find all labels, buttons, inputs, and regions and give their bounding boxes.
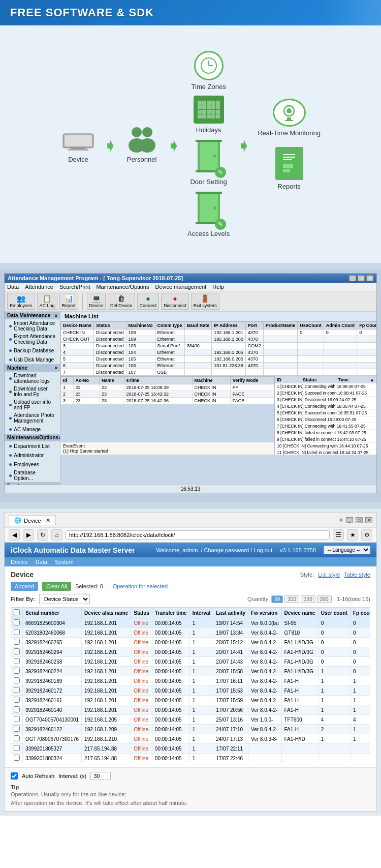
select-all-chk[interactable] (14, 609, 20, 615)
row-checkbox[interactable] (14, 716, 20, 722)
close-tab-btn[interactable]: ✕ (46, 517, 50, 524)
row-checkbox[interactable] (14, 629, 20, 635)
list-item[interactable]: 3399201805327217.65.194.88Offline00:00:1… (11, 744, 371, 754)
table-row[interactable]: 123232018-07-25 16:08:39CHECK INFP (61, 384, 274, 391)
list-item[interactable]: OGT704005704130001192.168.1.205Offline00… (11, 715, 371, 725)
list-item[interactable]: 66691825600304192.168.1.201Offline00:00:… (11, 618, 371, 628)
operation-btn[interactable]: Operation for selected (113, 583, 168, 589)
list-item[interactable]: OGT708006707300176192.168.1.210Offline00… (11, 734, 371, 744)
list-item[interactable]: 3929182460172192.168.1.201Offline00:00:1… (11, 686, 371, 696)
row-checkbox[interactable] (14, 697, 20, 703)
device-table-scroll[interactable]: Serial number Device alias name Status T… (11, 607, 370, 763)
qty-200[interactable]: 200 (317, 595, 332, 603)
sidebar-import[interactable]: ●Import Attendance Checking Data (5, 319, 60, 333)
list-style-btn[interactable]: List style (318, 572, 340, 578)
row-checkbox[interactable] (14, 668, 20, 674)
sidebar-section-maintenance[interactable]: Maintenance/Options« (5, 434, 60, 441)
close-btn[interactable]: ✕ (366, 275, 373, 281)
win-controls[interactable]: _ □ ✕ (349, 275, 373, 281)
nav-data[interactable]: Data (36, 559, 47, 565)
refresh-btn[interactable]: ↻ (37, 529, 48, 541)
tb-connect-btn[interactable]: ● Connect (137, 293, 160, 310)
menu-maintenance[interactable]: Maintenance/Options (96, 284, 149, 290)
sidebar-export[interactable]: ●Export Attendance Checking Data (5, 333, 60, 346)
cls-btn[interactable]: ✕ (365, 517, 372, 523)
tb-aclog-btn[interactable]: 📋 AC Log (37, 293, 57, 310)
back-btn[interactable]: ◀ (9, 529, 20, 541)
table-style-btn[interactable]: Table style (344, 572, 370, 578)
tb-employees-btn[interactable]: 👥 Employees (7, 293, 35, 310)
settings-nav-btn[interactable]: ☰ (333, 529, 344, 541)
menu-device[interactable]: Device management (155, 284, 206, 290)
sidebar-section-schedule[interactable]: Employee Schedule« (5, 482, 60, 485)
list-item[interactable]: 52031802460068192.168.1.201Offline00:00:… (11, 628, 371, 638)
min-btn[interactable]: _ (346, 517, 353, 523)
row-checkbox[interactable] (14, 658, 20, 664)
url-bar[interactable] (66, 530, 330, 540)
row-checkbox[interactable] (14, 687, 20, 693)
interval-input[interactable] (90, 772, 111, 780)
qty-150[interactable]: 150 (301, 595, 315, 603)
tb-device-btn[interactable]: 💻 Device (87, 293, 106, 310)
table-row[interactable]: 3Disconnected103Serial Port/38400COM2 (61, 343, 377, 349)
row-checkbox[interactable] (14, 745, 20, 751)
events-scroll[interactable]: Id Ac-No Name sTime Machine Verify Mode … (60, 376, 274, 442)
sidebar-ac[interactable]: ●AC Manage (5, 425, 60, 434)
filter-select[interactable]: Device Status (39, 594, 90, 604)
menu-attendance[interactable]: Attendance (25, 284, 53, 290)
browser-tab[interactable]: 🌐 Device ✕ (9, 515, 56, 525)
language-select[interactable]: -- Language -- (324, 546, 370, 554)
home-btn[interactable]: ⌂ (51, 529, 62, 541)
machine-table-scroll[interactable]: Device Name Status MachineNo Comm type B… (60, 321, 376, 376)
list-item[interactable]: 3399201800324217.65.194.88Offline00:00:1… (11, 754, 371, 763)
sidebar-section-data[interactable]: Data Maintenance« (5, 312, 60, 319)
sidebar-photo[interactable]: ●Attendance Photo Management (5, 411, 60, 425)
tools-btn[interactable]: ⚙ (361, 529, 372, 541)
log-scroll-btn[interactable]: ▲ (370, 377, 374, 382)
row-checkbox[interactable] (14, 677, 20, 683)
sidebar-backup[interactable]: ●Backup Database (5, 346, 60, 355)
max-btn[interactable]: □ (356, 517, 363, 523)
row-checkbox[interactable] (14, 726, 20, 732)
table-row[interactable]: 6Disconnected106Ethernet101.81.228.39437… (61, 363, 377, 369)
list-item[interactable]: 3929182460161192.168.1.201Offline00:00:1… (11, 696, 371, 705)
row-checkbox[interactable] (14, 706, 20, 712)
sidebar-section-machine[interactable]: Machine« (5, 364, 60, 372)
list-item[interactable]: 3929182460122192.168.1.209Offline00:00:1… (11, 725, 371, 734)
maximize-btn[interactable]: □ (358, 275, 365, 281)
row-checkbox[interactable] (14, 639, 20, 645)
nav-system[interactable]: System (55, 559, 74, 565)
nav-device[interactable]: Device (11, 559, 28, 565)
minimize-btn[interactable]: _ (349, 275, 356, 281)
sidebar-download-user[interactable]: ●Download user info and Fp (5, 385, 60, 398)
sidebar-dept[interactable]: ●Department List (5, 441, 60, 451)
tb-del-device-btn[interactable]: 🗑 Del Device (108, 293, 135, 310)
sidebar-admin[interactable]: ●Administrator (5, 451, 60, 460)
menu-data[interactable]: Data (7, 284, 19, 290)
tb-exit-btn[interactable]: 🚪 Exit system (191, 293, 219, 310)
row-checkbox[interactable] (14, 619, 20, 625)
row-checkbox[interactable] (14, 755, 20, 761)
star-btn[interactable]: ★ (347, 529, 358, 541)
clear-all-btn[interactable]: Clear All (42, 582, 71, 591)
table-row[interactable]: CHECK OUTDisconnected109Ethernet192.168.… (61, 336, 377, 343)
sidebar-usb[interactable]: ●Usb Disk Manage (5, 355, 60, 364)
list-item[interactable]: 3929182460189192.168.1.201Offline00:00:1… (11, 676, 371, 686)
qty-100[interactable]: 100 (284, 595, 299, 603)
table-row[interactable]: 5Disconnected105Ethernet192.168.0.205437… (61, 356, 377, 363)
list-item[interactable]: 3929182460264192.168.1.201Offline00:00:1… (11, 647, 371, 657)
menu-help[interactable]: Help (212, 284, 224, 290)
sidebar-db-option[interactable]: ●Database Option... (5, 469, 60, 482)
sidebar-download-logs[interactable]: ●Download attendance logs (5, 372, 60, 385)
list-item[interactable]: 3929182460258192.168.1.201Offline00:00:1… (11, 657, 371, 667)
menu-search[interactable]: Search/Print (59, 284, 90, 290)
qty-50[interactable]: 50 (271, 595, 283, 603)
list-item[interactable]: 3929182460224192.168.1.201Offline00:00:1… (11, 667, 371, 676)
table-row[interactable]: 7Disconnected107USB3204 (61, 369, 377, 376)
list-item[interactable]: 3929182460265192.168.1.201Offline00:00:1… (11, 638, 371, 647)
row-checkbox[interactable] (14, 735, 20, 741)
sidebar-upload-user[interactable]: ●Upload user info and FP (5, 398, 60, 411)
table-row[interactable]: 4Disconnected104Ethernet192.168.1.205437… (61, 349, 377, 356)
tb-disconnect-btn[interactable]: ● Disconnect (161, 293, 189, 310)
list-item[interactable]: 3929182460140192.168.1.201Offline00:00:1… (11, 705, 371, 715)
